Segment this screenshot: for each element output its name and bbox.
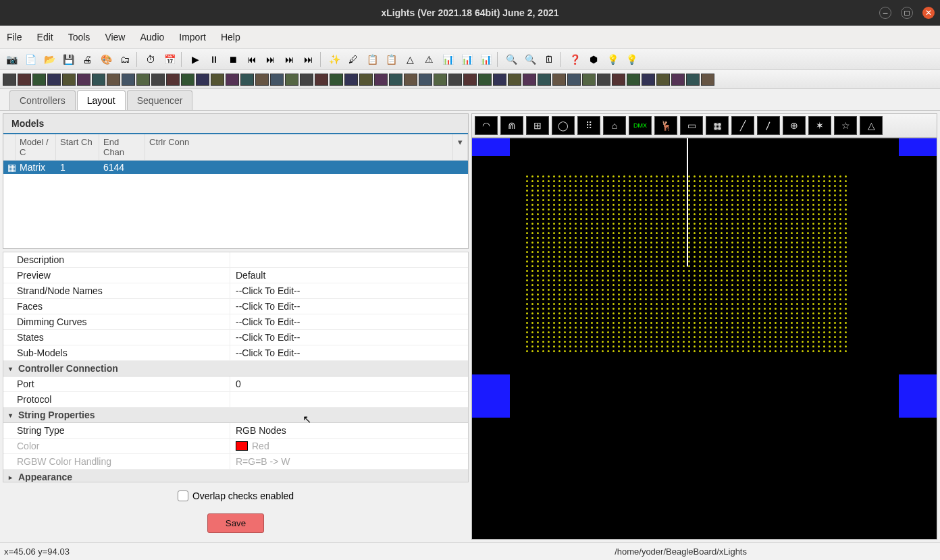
toolbar-button-36[interactable]: 💡 — [623, 51, 640, 67]
corner-handle-tl[interactable] — [472, 138, 510, 156]
effect-button-0[interactable] — [3, 74, 16, 86]
shape-arch-button[interactable]: ◠ — [475, 116, 498, 135]
effect-button-31[interactable] — [463, 74, 477, 86]
toolbar-button-0[interactable]: 📷 — [3, 51, 20, 67]
maximize-button[interactable]: □ — [901, 7, 913, 19]
toolbar-button-29[interactable]: 🔍 — [502, 51, 520, 67]
effect-button-9[interactable] — [136, 74, 150, 86]
effect-button-41[interactable] — [612, 74, 625, 86]
shape-frame-button[interactable]: ▭ — [680, 116, 703, 135]
toolbar-button-4[interactable]: 🖨 — [78, 51, 96, 67]
menu-audio[interactable]: Audio — [140, 32, 164, 43]
effect-button-15[interactable] — [226, 74, 239, 86]
prop-color-value[interactable]: Red — [230, 439, 468, 453]
effect-button-5[interactable] — [77, 74, 90, 86]
effect-button-42[interactable] — [627, 74, 640, 86]
toolbar-button-9[interactable]: 📅 — [161, 51, 178, 67]
effect-button-21[interactable] — [315, 74, 328, 86]
effect-button-44[interactable] — [656, 74, 670, 86]
effect-button-4[interactable] — [62, 74, 76, 86]
effect-button-35[interactable] — [523, 74, 536, 86]
effect-button-24[interactable] — [359, 74, 373, 86]
shape-deer-button[interactable]: 🦌 — [654, 116, 677, 135]
toolbar-button-23[interactable]: △ — [401, 51, 419, 67]
toolbar-button-8[interactable]: ⏱ — [142, 51, 159, 67]
prop-group-appearance[interactable]: ▸Appearance — [3, 470, 468, 482]
shape-poly-button[interactable]: 〳 — [757, 116, 780, 135]
toolbar-button-15[interactable]: ⏭ — [262, 51, 280, 67]
prop-submodels-value[interactable]: --Click To Edit-- — [230, 345, 468, 360]
tab-sequencer[interactable]: Sequencer — [127, 90, 193, 110]
prop-description-value[interactable] — [230, 252, 468, 267]
effect-button-10[interactable] — [151, 74, 165, 86]
toolbar-button-26[interactable]: 📊 — [458, 51, 475, 67]
effect-button-6[interactable] — [92, 74, 105, 86]
effect-button-12[interactable] — [181, 74, 194, 86]
toolbar-button-27[interactable]: 📊 — [477, 51, 494, 67]
toolbar-button-35[interactable]: 💡 — [604, 51, 621, 67]
prop-protocol-value[interactable] — [230, 392, 468, 407]
corner-handle-bl[interactable] — [472, 374, 510, 418]
effect-button-1[interactable] — [18, 74, 31, 86]
effect-button-47[interactable] — [701, 74, 714, 86]
effect-button-43[interactable] — [642, 74, 655, 86]
effect-button-13[interactable] — [196, 74, 209, 86]
save-button[interactable]: Save — [207, 513, 264, 533]
effect-button-30[interactable] — [448, 74, 462, 86]
prop-group-string[interactable]: ▾String Properties — [3, 408, 468, 423]
effect-button-25[interactable] — [374, 74, 388, 86]
toolbar-button-20[interactable]: 🖊 — [344, 51, 362, 67]
effect-button-36[interactable] — [538, 74, 551, 86]
effect-button-19[interactable] — [285, 74, 298, 86]
toolbar-button-19[interactable]: ✨ — [325, 51, 343, 67]
effect-button-34[interactable] — [508, 74, 521, 86]
prop-port-value[interactable]: 0 — [230, 376, 468, 391]
effect-button-46[interactable] — [686, 74, 700, 86]
prop-group-controller[interactable]: ▾Controller Connection — [3, 361, 468, 376]
effect-button-14[interactable] — [211, 74, 224, 86]
effect-button-18[interactable] — [270, 74, 284, 86]
toolbar-button-3[interactable]: 💾 — [59, 51, 77, 67]
toolbar-button-21[interactable]: 📋 — [363, 51, 381, 67]
minimize-button[interactable]: – — [879, 7, 891, 19]
prop-preview-value[interactable]: Default — [230, 268, 468, 283]
menu-tools[interactable]: Tools — [68, 32, 90, 43]
effect-button-33[interactable] — [493, 74, 506, 86]
shape-dmx-button[interactable]: DMX — [629, 116, 652, 135]
shape-house-button[interactable]: ⌂ — [603, 116, 626, 135]
corner-handle-tr[interactable] — [899, 138, 937, 156]
toolbar-button-1[interactable]: 📄 — [22, 51, 39, 67]
prop-rgbw-value[interactable]: R=G=B -> W — [230, 454, 468, 469]
shape-window-button[interactable]: ⊞ — [526, 116, 549, 135]
toolbar-button-22[interactable]: 📋 — [382, 51, 400, 67]
effect-button-20[interactable] — [300, 74, 313, 86]
toolbar-button-34[interactable]: ⬢ — [585, 51, 602, 67]
toolbar-button-16[interactable]: ⏭ — [281, 51, 298, 67]
prop-faces-value[interactable]: --Click To Edit-- — [230, 299, 468, 314]
close-button[interactable]: ✕ — [922, 7, 935, 19]
effect-button-26[interactable] — [389, 74, 402, 86]
prop-dimming-value[interactable]: --Click To Edit-- — [230, 314, 468, 329]
prop-strand-value[interactable]: --Click To Edit-- — [230, 283, 468, 298]
effect-button-2[interactable] — [32, 74, 46, 86]
effect-button-45[interactable] — [671, 74, 685, 86]
menu-help[interactable]: Help — [221, 32, 240, 43]
effect-button-29[interactable] — [434, 74, 447, 86]
models-table-row[interactable]: ▦ Matrix 1 6144 — [3, 161, 468, 174]
effect-button-28[interactable] — [419, 74, 432, 86]
toolbar-button-13[interactable]: ⏹ — [224, 51, 242, 67]
effect-button-39[interactable] — [582, 74, 596, 86]
shape-arches-button[interactable]: ⋒ — [500, 116, 523, 135]
effect-button-3[interactable] — [47, 74, 61, 86]
tab-layout[interactable]: Layout — [77, 90, 126, 110]
shape-line-button[interactable]: ╱ — [731, 116, 754, 135]
shape-tree-button[interactable]: △ — [860, 116, 883, 135]
toolbar-button-14[interactable]: ⏮ — [243, 51, 261, 67]
shape-dots-button[interactable]: ⠿ — [577, 116, 600, 135]
toolbar-button-5[interactable]: 🎨 — [97, 51, 115, 67]
models-table-header[interactable]: Model / C Start Ch End Chan Ctrlr Conn ▾ — [3, 134, 468, 161]
effect-button-27[interactable] — [404, 74, 417, 86]
toolbar-button-17[interactable]: ⏭ — [300, 51, 317, 67]
models-header[interactable]: Models — [3, 114, 468, 134]
toolbar-button-12[interactable]: ⏸ — [205, 51, 223, 67]
